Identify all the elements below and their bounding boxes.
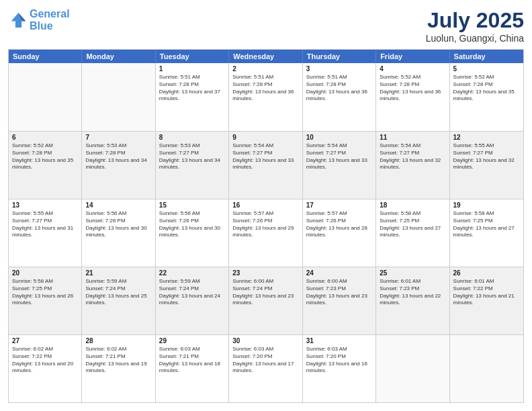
calendar-cell: 25Sunrise: 6:01 AMSunset: 7:23 PMDayligh… — [376, 267, 449, 334]
day-number: 29 — [159, 337, 225, 345]
calendar-cell — [82, 63, 155, 131]
calendar-row: 1Sunrise: 5:51 AMSunset: 7:28 PMDaylight… — [9, 63, 523, 131]
calendar-cell: 28Sunrise: 6:02 AMSunset: 7:21 PMDayligh… — [82, 335, 155, 402]
sunset-text: Sunset: 7:20 PM — [306, 353, 372, 361]
calendar-cell: 1Sunrise: 5:51 AMSunset: 7:28 PMDaylight… — [156, 63, 229, 131]
sunrise-text: Sunrise: 6:00 AM — [306, 278, 372, 285]
day-number: 11 — [380, 134, 445, 141]
calendar-cell: 26Sunrise: 6:01 AMSunset: 7:22 PMDayligh… — [450, 267, 523, 334]
sunset-text: Sunset: 7:21 PM — [159, 353, 225, 361]
weekday-header: Tuesday — [156, 50, 229, 63]
sunrise-text: Sunrise: 5:53 AM — [85, 142, 151, 150]
calendar-cell: 22Sunrise: 5:59 AMSunset: 7:24 PMDayligh… — [156, 267, 229, 334]
sunset-text: Sunset: 7:23 PM — [306, 285, 372, 293]
sunset-text: Sunset: 7:25 PM — [453, 218, 520, 225]
calendar-cell: 6Sunrise: 5:52 AMSunset: 7:28 PMDaylight… — [9, 132, 82, 199]
calendar-row: 20Sunrise: 5:58 AMSunset: 7:25 PMDayligh… — [9, 267, 523, 334]
sunset-text: Sunset: 7:27 PM — [380, 150, 445, 157]
day-number: 10 — [306, 134, 372, 141]
logo-general: General — [30, 8, 70, 19]
daylight-text: Daylight: 13 hours and 37 minutes. — [159, 89, 225, 103]
sunrise-text: Sunrise: 5:58 AM — [380, 210, 445, 218]
sunrise-text: Sunrise: 5:58 AM — [12, 278, 78, 285]
sunset-text: Sunset: 7:28 PM — [306, 81, 372, 89]
logo-text: General Blue — [30, 8, 70, 32]
sunset-text: Sunset: 7:23 PM — [380, 285, 445, 293]
calendar-cell: 17Sunrise: 5:57 AMSunset: 7:26 PMDayligh… — [303, 199, 376, 267]
calendar-cell: 20Sunrise: 5:58 AMSunset: 7:25 PMDayligh… — [9, 267, 82, 334]
logo-blue: Blue — [30, 20, 53, 32]
day-number: 27 — [12, 337, 78, 345]
day-number: 24 — [306, 269, 372, 277]
sunset-text: Sunset: 7:26 PM — [85, 218, 151, 225]
sunset-text: Sunset: 7:28 PM — [232, 81, 298, 89]
sunrise-text: Sunrise: 5:53 AM — [159, 142, 225, 150]
day-number: 21 — [85, 269, 151, 277]
daylight-text: Daylight: 13 hours and 36 minutes. — [306, 89, 372, 103]
calendar: SundayMondayTuesdayWednesdayThursdayFrid… — [8, 49, 524, 403]
month-title: July 2025 — [426, 8, 524, 33]
header: General Blue July 2025 Luolun, Guangxi, … — [8, 8, 524, 44]
calendar-cell: 9Sunrise: 5:54 AMSunset: 7:27 PMDaylight… — [229, 132, 302, 199]
daylight-text: Daylight: 13 hours and 23 minutes. — [232, 293, 298, 308]
sunrise-text: Sunrise: 5:55 AM — [453, 142, 520, 150]
daylight-text: Daylight: 13 hours and 20 minutes. — [12, 361, 78, 375]
calendar-cell: 16Sunrise: 5:57 AMSunset: 7:26 PMDayligh… — [229, 199, 302, 267]
sunrise-text: Sunrise: 5:59 AM — [159, 278, 225, 285]
sunrise-text: Sunrise: 5:58 AM — [453, 210, 520, 218]
daylight-text: Daylight: 13 hours and 36 minutes. — [380, 89, 445, 103]
daylight-text: Daylight: 13 hours and 16 minutes. — [306, 361, 372, 375]
daylight-text: Daylight: 13 hours and 34 minutes. — [159, 157, 225, 172]
daylight-text: Daylight: 13 hours and 26 minutes. — [12, 293, 78, 308]
day-number: 7 — [85, 134, 151, 141]
weekday-header: Monday — [82, 50, 155, 63]
calendar-cell: 13Sunrise: 5:55 AMSunset: 7:27 PMDayligh… — [9, 199, 82, 267]
calendar-cell: 19Sunrise: 5:58 AMSunset: 7:25 PMDayligh… — [450, 199, 523, 267]
day-number: 15 — [159, 201, 225, 209]
sunrise-text: Sunrise: 5:56 AM — [85, 210, 151, 218]
calendar-cell: 5Sunrise: 5:52 AMSunset: 7:28 PMDaylight… — [450, 63, 523, 131]
calendar-cell: 11Sunrise: 5:54 AMSunset: 7:27 PMDayligh… — [376, 132, 449, 199]
weekday-header: Wednesday — [229, 50, 302, 63]
daylight-text: Daylight: 13 hours and 22 minutes. — [380, 293, 445, 308]
sunrise-text: Sunrise: 5:51 AM — [306, 74, 372, 81]
sunset-text: Sunset: 7:24 PM — [159, 285, 225, 293]
day-number: 5 — [453, 65, 520, 73]
sunset-text: Sunset: 7:28 PM — [453, 81, 520, 89]
calendar-cell: 3Sunrise: 5:51 AMSunset: 7:28 PMDaylight… — [303, 63, 376, 131]
sunset-text: Sunset: 7:28 PM — [159, 81, 225, 89]
daylight-text: Daylight: 13 hours and 30 minutes. — [85, 225, 151, 240]
daylight-text: Daylight: 13 hours and 25 minutes. — [85, 293, 151, 308]
calendar-row: 27Sunrise: 6:02 AMSunset: 7:22 PMDayligh… — [9, 334, 523, 402]
daylight-text: Daylight: 13 hours and 32 minutes. — [380, 157, 445, 172]
day-number: 14 — [85, 201, 151, 209]
day-number: 4 — [380, 65, 445, 73]
sunset-text: Sunset: 7:27 PM — [232, 150, 298, 157]
calendar-cell: 30Sunrise: 6:03 AMSunset: 7:20 PMDayligh… — [229, 335, 302, 402]
sunrise-text: Sunrise: 5:52 AM — [12, 142, 78, 150]
logo: General Blue — [8, 8, 70, 32]
daylight-text: Daylight: 13 hours and 17 minutes. — [232, 361, 298, 375]
daylight-text: Daylight: 13 hours and 23 minutes. — [306, 293, 372, 308]
sunrise-text: Sunrise: 5:51 AM — [232, 74, 298, 81]
day-number: 23 — [232, 269, 298, 277]
calendar-body: 1Sunrise: 5:51 AMSunset: 7:28 PMDaylight… — [9, 63, 523, 402]
weekday-header: Thursday — [303, 50, 376, 63]
weekday-header: Saturday — [450, 50, 523, 63]
day-number: 2 — [232, 65, 298, 73]
daylight-text: Daylight: 13 hours and 36 minutes. — [232, 89, 298, 103]
day-number: 30 — [232, 337, 298, 345]
calendar-cell: 12Sunrise: 5:55 AMSunset: 7:27 PMDayligh… — [450, 132, 523, 199]
sunset-text: Sunset: 7:28 PM — [12, 150, 78, 157]
day-number: 28 — [85, 337, 151, 345]
calendar-cell — [9, 63, 82, 131]
sunset-text: Sunset: 7:27 PM — [306, 150, 372, 157]
sunrise-text: Sunrise: 5:57 AM — [306, 210, 372, 218]
sunrise-text: Sunrise: 6:00 AM — [232, 278, 298, 285]
daylight-text: Daylight: 13 hours and 30 minutes. — [159, 225, 225, 240]
day-number: 17 — [306, 201, 372, 209]
daylight-text: Daylight: 13 hours and 21 minutes. — [453, 293, 520, 308]
sunrise-text: Sunrise: 6:03 AM — [306, 346, 372, 353]
sunset-text: Sunset: 7:27 PM — [453, 150, 520, 157]
sunrise-text: Sunrise: 5:55 AM — [12, 210, 78, 218]
